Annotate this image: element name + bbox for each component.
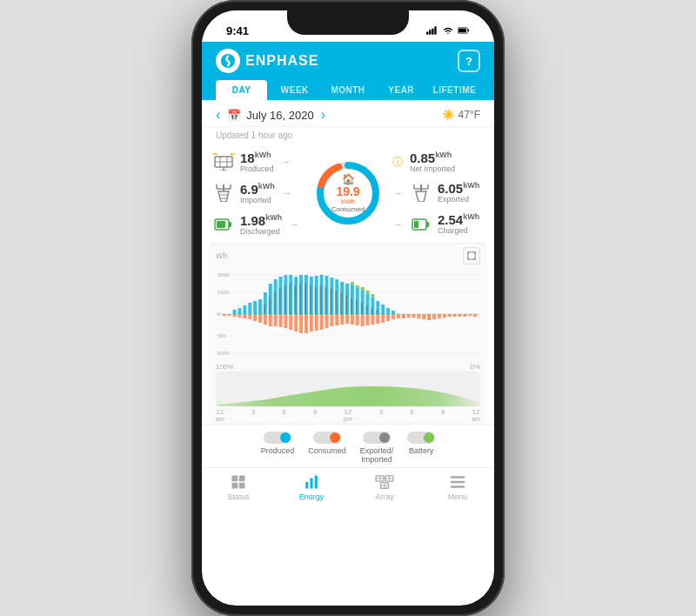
svg-rect-45	[238, 308, 241, 314]
consumed-unit: kWh	[331, 198, 365, 205]
legend-produced-toggle[interactable]	[264, 432, 291, 444]
tab-month[interactable]: MONTH	[322, 80, 373, 100]
svg-rect-74	[386, 308, 390, 314]
tab-lifetime[interactable]: LIFETIME	[429, 80, 480, 100]
battery-charge-icon	[410, 213, 432, 236]
svg-rect-2	[432, 29, 433, 35]
nav-status[interactable]: Status	[202, 473, 275, 501]
charged-label: Charged	[438, 226, 479, 235]
svg-rect-73	[381, 305, 385, 314]
stat-charged: → 2.54kWh	[391, 213, 484, 236]
svg-rect-139	[304, 284, 306, 314]
svg-rect-75	[392, 311, 395, 314]
svg-rect-91	[284, 314, 287, 328]
svg-rect-22	[217, 221, 225, 228]
svg-rect-150	[361, 303, 363, 314]
svg-rect-143	[325, 287, 327, 314]
svg-rect-49	[258, 299, 262, 314]
chart-header: Wh	[209, 244, 487, 266]
svg-rect-101	[335, 314, 338, 325]
donut-chart: 🏠 19.9 kWh Consumed	[313, 158, 383, 228]
svg-rect-156	[232, 483, 238, 489]
svg-rect-6	[458, 29, 466, 32]
svg-rect-111	[386, 314, 390, 321]
tab-year[interactable]: YEAR	[376, 80, 427, 100]
svg-rect-152	[371, 308, 372, 314]
svg-rect-138	[299, 284, 301, 314]
svg-rect-127	[228, 314, 231, 316]
net-imported-number: 0.85kWh	[410, 151, 455, 164]
current-date: July 16, 2020	[246, 109, 313, 122]
svg-rect-116	[412, 314, 416, 318]
menu-nav-icon	[447, 473, 468, 491]
charged-number: 2.54kWh	[438, 213, 479, 226]
svg-rect-87	[264, 314, 267, 325]
nav-menu-label: Menu	[448, 492, 468, 501]
energy-chart-svg: 3000 1500 0 500 1000	[216, 266, 480, 362]
imported-label: Imported	[240, 196, 275, 204]
time-sublabel-pm: pm	[344, 416, 352, 422]
svg-rect-123	[448, 314, 452, 317]
svg-rect-88	[269, 314, 272, 326]
svg-rect-48	[253, 301, 257, 314]
legend-exported-toggle[interactable]	[363, 432, 391, 444]
svg-rect-21	[229, 222, 231, 227]
time-label-3: 3	[251, 408, 255, 422]
svg-rect-126	[463, 314, 466, 317]
svg-rect-118	[422, 314, 425, 319]
wifi-icon	[442, 26, 454, 35]
logo-area: ENPHASE	[216, 49, 318, 73]
main-content: ‹ 📅 July 16, 2020 › ☀️ 47°F Updated 1 ho…	[202, 100, 494, 512]
chart-area: Wh	[209, 243, 487, 424]
produced-arrow: →	[281, 156, 291, 168]
svg-rect-85	[253, 314, 257, 321]
nav-array-label: Array	[375, 492, 394, 501]
svg-rect-86	[258, 314, 262, 323]
tab-week[interactable]: WEEK	[269, 80, 320, 100]
tab-day[interactable]: DAY	[216, 80, 267, 100]
svg-rect-106	[361, 314, 365, 326]
svg-rect-1	[429, 30, 431, 34]
svg-rect-146	[340, 292, 342, 314]
legend-consumed-toggle[interactable]	[313, 432, 341, 444]
energy-nav-icon	[301, 473, 322, 491]
calendar-icon: 📅	[227, 109, 241, 122]
nav-energy[interactable]: Energy	[275, 473, 348, 501]
legend-battery-toggle[interactable]	[407, 432, 435, 444]
chart-expand-button[interactable]	[463, 247, 480, 264]
date-display: 📅 July 16, 2020	[227, 109, 313, 122]
discharged-values: 1.98kWh Discharged	[240, 214, 282, 236]
help-button[interactable]: ?	[458, 50, 480, 72]
battery-discharge-icon	[212, 213, 235, 236]
svg-rect-47	[248, 303, 251, 314]
svg-rect-131	[264, 305, 265, 314]
svg-rect-3	[434, 26, 436, 34]
legend-exported-label: Exported/Imported	[360, 446, 394, 464]
date-nav: ‹ 📅 July 16, 2020 ›	[216, 107, 325, 123]
next-date-button[interactable]: ›	[321, 107, 325, 123]
svg-rect-89	[274, 314, 278, 326]
svg-rect-102	[340, 314, 344, 325]
weather-info: ☀️ 47°F	[442, 109, 480, 121]
svg-rect-76	[351, 282, 354, 285]
svg-rect-46	[243, 305, 246, 314]
svg-rect-155	[239, 476, 245, 482]
prev-date-button[interactable]: ‹	[216, 107, 220, 123]
battery-0-label: 0%	[470, 363, 480, 371]
charged-values: 2.54kWh Charged	[438, 213, 479, 235]
svg-rect-134	[279, 288, 281, 314]
header-top: ENPHASE ?	[216, 49, 480, 80]
tab-bar: DAY WEEK MONTH YEAR LIFETIME	[216, 80, 480, 100]
donut-inner: 🏠 19.9 kWh Consumed	[331, 173, 365, 213]
imported-arrow: →	[282, 187, 292, 199]
discharged-label: Discharged	[240, 227, 282, 236]
legend-row: Produced Consumed Exported/I	[202, 424, 494, 467]
phone-body: 9:41	[191, 0, 505, 616]
nav-menu[interactable]: Menu	[421, 473, 494, 501]
time-axis: 12 am 3 6 9 12 pm 3 6 9	[209, 406, 487, 424]
legend-battery: Battery	[407, 432, 435, 464]
svg-rect-144	[330, 289, 331, 314]
nav-array[interactable]: Array	[348, 473, 421, 501]
svg-rect-153	[376, 310, 378, 314]
svg-rect-117	[417, 314, 420, 318]
